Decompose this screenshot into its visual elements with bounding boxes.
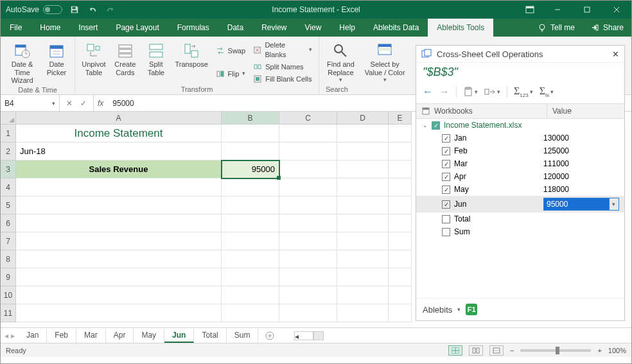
row-header-5[interactable]: 5 [1, 196, 16, 214]
tree-leaf-jun[interactable]: ✓ Jun 95000▾ [416, 196, 624, 212]
flip-button[interactable]: Flip▾ [213, 69, 249, 79]
cell-D1[interactable] [337, 125, 389, 143]
checkbox-sum[interactable] [442, 228, 450, 236]
cell-E9[interactable] [389, 268, 412, 286]
add-sheet-button[interactable] [258, 331, 281, 341]
cell-B4[interactable] [222, 178, 279, 196]
share-button[interactable]: Share [583, 19, 631, 37]
enter-formula-icon[interactable]: ✓ [80, 99, 87, 108]
cell-C1[interactable] [279, 125, 337, 143]
cell-D7[interactable] [337, 232, 389, 250]
cell-B8[interactable] [222, 250, 279, 268]
cell-B3[interactable]: 95000 [222, 160, 279, 178]
tab-view[interactable]: View [296, 19, 331, 37]
zoom-in-button[interactable]: + [597, 347, 601, 354]
select-by-button[interactable]: Select by Value / Color▾ [361, 39, 409, 85]
cell-B9[interactable] [222, 268, 279, 286]
cell-D9[interactable] [337, 268, 389, 286]
tree-value-input[interactable]: 95000 [543, 198, 610, 211]
tree-leaf-may[interactable]: ✓ May 118000 [416, 183, 624, 196]
row-header-7[interactable]: 7 [1, 232, 16, 250]
transpose-button[interactable]: Transpose [173, 39, 211, 85]
save-icon[interactable] [70, 5, 79, 14]
checkbox-workbook[interactable]: ✓ [432, 121, 440, 130]
panel-forward-button[interactable]: → [439, 86, 450, 98]
sheet-tab-jun[interactable]: Jun [164, 329, 194, 343]
cell-D4[interactable] [337, 178, 389, 196]
cell-A7[interactable] [16, 232, 222, 250]
cell-C11[interactable] [279, 304, 337, 322]
chevron-down-icon[interactable]: ▾ [52, 100, 55, 107]
split-table-button[interactable]: Split Table [142, 39, 170, 85]
close-icon[interactable] [602, 1, 631, 19]
panel-footer-brand[interactable]: Ablebits [423, 305, 452, 315]
tab-ablebits-data[interactable]: Ablebits Data [364, 19, 428, 37]
cell-E1[interactable] [389, 125, 412, 143]
cell-D8[interactable] [337, 250, 389, 268]
row-header-1[interactable]: 1 [1, 125, 16, 143]
cell-A4[interactable] [16, 178, 222, 196]
hscroll-left-button[interactable]: ◂ [294, 331, 313, 340]
cell-A1[interactable]: Income Statement [16, 125, 222, 143]
cell-E11[interactable] [389, 304, 412, 322]
row-header-9[interactable]: 9 [1, 268, 16, 286]
cell-D3[interactable] [337, 160, 389, 178]
cell-B5[interactable] [222, 196, 279, 214]
cell-C9[interactable] [279, 268, 337, 286]
cell-D2[interactable] [337, 143, 389, 160]
cell-E10[interactable] [389, 286, 412, 304]
split-names-button[interactable]: Split Names [250, 62, 315, 72]
sheet-nav-prev-icon[interactable]: ◂ [4, 331, 8, 340]
tree-leaf-apr[interactable]: ✓ Apr 120000 [416, 170, 624, 183]
cell-E5[interactable] [389, 196, 412, 214]
cell-B6[interactable] [222, 214, 279, 232]
cell-D6[interactable] [337, 214, 389, 232]
sheet-tab-jan[interactable]: Jan [19, 329, 47, 343]
col-header-D[interactable]: D [337, 112, 389, 125]
cell-D5[interactable] [337, 196, 389, 214]
cell-A11[interactable] [16, 304, 222, 322]
zoom-out-button[interactable]: − [510, 347, 514, 354]
minimize-icon[interactable] [543, 1, 572, 19]
tell-me[interactable]: Tell me [530, 19, 583, 37]
tab-home[interactable]: Home [31, 19, 69, 37]
cell-C5[interactable] [279, 196, 337, 214]
cell-C4[interactable] [279, 178, 337, 196]
row-header-3[interactable]: 3 [1, 160, 16, 178]
checkbox-jan[interactable]: ✓ [442, 134, 450, 143]
panel-close-icon[interactable]: ✕ [612, 49, 619, 59]
cell-E7[interactable] [389, 232, 412, 250]
panel-func-button[interactable]: Σfx▾ [540, 85, 554, 98]
col-header-B[interactable]: B [222, 112, 279, 125]
tree-value-dropdown[interactable]: ▾ [610, 198, 619, 211]
name-box[interactable]: B4 ▾ [1, 95, 60, 111]
maximize-icon[interactable] [572, 1, 602, 19]
panel-back-button[interactable]: ← [423, 86, 433, 98]
checkbox-feb[interactable]: ✓ [442, 147, 450, 155]
cancel-formula-icon[interactable]: ✕ [66, 99, 73, 108]
select-all-button[interactable] [1, 112, 16, 125]
tree-leaf-total[interactable]: Total [416, 212, 624, 225]
checkbox-jun[interactable]: ✓ [442, 200, 450, 209]
cell-E4[interactable] [389, 178, 412, 196]
panel-paste-button[interactable]: ▾ [463, 87, 478, 97]
checkbox-mar[interactable]: ✓ [442, 160, 450, 168]
cell-C10[interactable] [279, 286, 337, 304]
col-header-A[interactable]: A [16, 112, 222, 125]
cell-C2[interactable] [279, 143, 337, 160]
unpivot-table-button[interactable]: Unpivot Table [79, 39, 109, 85]
sheet-nav-next-icon[interactable]: ▸ [11, 331, 15, 340]
checkbox-total[interactable] [442, 215, 450, 223]
col-header-C[interactable]: C [279, 112, 337, 125]
tab-insert[interactable]: Insert [69, 19, 107, 37]
autosave-toggle[interactable] [43, 5, 62, 14]
normal-view-button[interactable] [448, 345, 462, 356]
cell-B2[interactable] [222, 143, 279, 160]
row-header-10[interactable]: 10 [1, 286, 16, 304]
tree-workbook[interactable]: ⌄ ✓ Income Statement.xlsx [416, 119, 624, 132]
cell-E2[interactable] [389, 143, 412, 160]
ribbon-display-options-icon[interactable] [517, 6, 543, 13]
panel-fill-button[interactable]: ▾ [484, 87, 500, 96]
tree-leaf-mar[interactable]: ✓ Mar 111000 [416, 157, 624, 170]
find-replace-button[interactable]: Find and Replace▾ [323, 39, 358, 85]
